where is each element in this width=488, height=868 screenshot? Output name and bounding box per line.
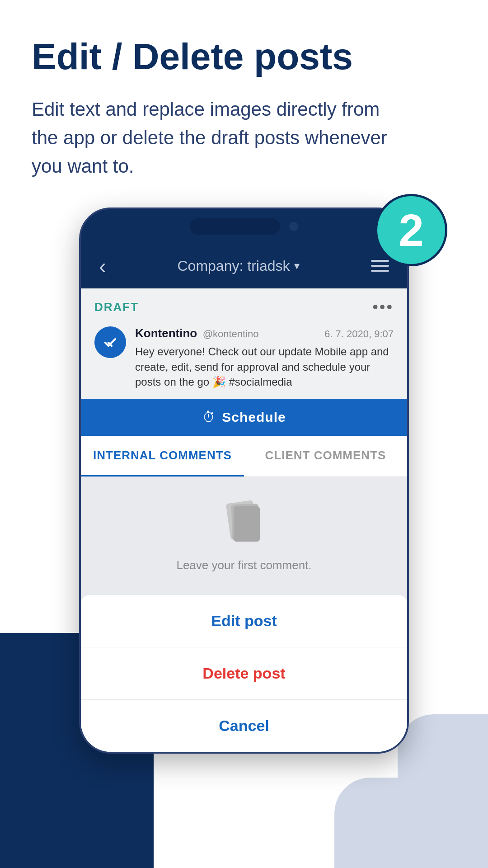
menu-button[interactable] [371,260,389,272]
back-button[interactable]: ‹ [99,254,106,278]
post-card-header: DRAFT ••• [81,288,407,322]
tab-client-comments[interactable]: CLIENT COMMENTS [244,436,407,476]
clock-icon: ⏱ [202,410,216,425]
action-sheet: Edit post Delete post Cancel [81,595,407,752]
post-options-button[interactable]: ••• [372,297,394,316]
comments-area: Leave your first comment. [81,477,407,595]
phone-camera [289,222,298,231]
phone-frame: ‹ Company: triadsk ▾ DRAFT ••• [79,208,409,754]
menu-line-3 [371,270,389,272]
page-title: Edit / Delete posts [32,36,456,77]
page-subtitle: Edit text and replace images directly fr… [32,95,393,180]
step-number: 2 [399,208,424,253]
post-text: Hey everyone! Check out our update Mobil… [135,344,394,390]
app-header: ‹ Company: triadsk ▾ [81,243,407,288]
delete-post-button[interactable]: Delete post [81,647,407,700]
schedule-button[interactable]: ⏱ Schedule [81,399,407,436]
empty-comments-text: Leave your first comment. [176,558,311,572]
post-date: 6. 7. 2020, 9:07 [324,328,394,340]
avatar-icon [101,333,120,352]
chevron-down-icon[interactable]: ▾ [294,259,300,272]
draft-badge: DRAFT [94,300,139,314]
post-author: Kontentino @kontentino [135,326,259,340]
phone-area: 2 ‹ Company: triadsk ▾ [0,208,488,754]
empty-icon-wrapper [224,500,264,549]
edit-post-button[interactable]: Edit post [81,595,407,647]
header-title-area: Company: triadsk ▾ [178,258,300,274]
svg-point-0 [101,333,120,352]
tabs-area: INTERNAL COMMENTS CLIENT COMMENTS [81,436,407,477]
phone-notch [190,218,280,235]
app-content: DRAFT ••• [81,288,407,752]
bg-shape-right2 [334,778,488,868]
page-wrapper: Edit / Delete posts Edit text and replac… [0,0,488,868]
svg-rect-3 [234,506,260,542]
phone-top-bar [81,209,407,243]
menu-line-2 [371,265,389,267]
post-card: DRAFT ••• [81,288,407,595]
tab-internal-comments[interactable]: INTERNAL COMMENTS [81,436,244,476]
avatar [94,326,126,358]
author-handle: @kontentino [203,328,259,340]
schedule-label: Schedule [222,410,286,425]
post-body: Kontentino @kontentino 6. 7. 2020, 9:07 … [135,326,394,390]
top-content: Edit / Delete posts Edit text and replac… [0,0,488,180]
cancel-button[interactable]: Cancel [81,700,407,752]
tab-internal-label: INTERNAL COMMENTS [93,448,232,462]
company-label: Company: triadsk [178,258,290,274]
post-meta: Kontentino @kontentino 6. 7. 2020, 9:07 [135,326,394,340]
author-name: Kontentino [135,326,197,340]
menu-line-1 [371,260,389,262]
tab-client-label: CLIENT COMMENTS [265,448,386,462]
step-badge: 2 [375,194,447,266]
empty-comments-icon [224,500,264,549]
post-content: Kontentino @kontentino 6. 7. 2020, 9:07 … [81,322,407,399]
